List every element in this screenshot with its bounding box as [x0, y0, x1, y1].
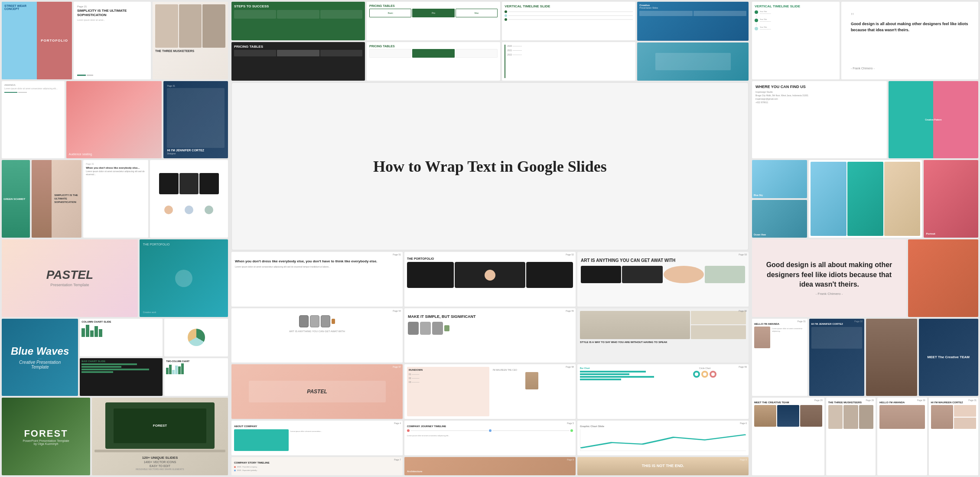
hero-section: How to Wrap Text in Google Slides	[231, 82, 749, 250]
slide-pink-chairs[interactable]: Audience seating	[66, 81, 162, 159]
slide-pink-person[interactable]: Portrait	[924, 160, 979, 238]
slide-two-column[interactable]: TWO-COLUMN CHART	[164, 358, 228, 396]
slide-quote-large[interactable]: " Good design is all about making other …	[841, 2, 978, 79]
slide-meet-creative-right[interactable]: MEET The Creative TEAM	[919, 319, 979, 396]
slide-where-find[interactable]: WHERE YOU CAN FIND US Inspiresign Studio…	[752, 81, 887, 159]
slide-timeline-white[interactable]: 2020 ────── 2021 ────── 2022 ──────	[502, 42, 635, 81]
slide-photo-beach[interactable]: Ocean View	[752, 200, 807, 238]
slide-phones-1[interactable]	[150, 160, 228, 238]
slide-person-portrait[interactable]	[866, 319, 917, 396]
slide-simplicity-1[interactable]: Page 21 SIMPLICITY IS THE ULTIMATE SOPHI…	[74, 2, 151, 79]
slide-good-design-large[interactable]: Good design is all about making other de…	[752, 239, 906, 317]
slide-blue-waves[interactable]: Blue Waves ~~~ Creative Presentation Tem…	[2, 319, 78, 396]
slide-page56[interactable]: Page 56 STYLE IS A WAY TO SAY WHO YOU AR…	[577, 308, 749, 363]
slide-not-end[interactable]: Page 9 THIS IS NOT THE END.	[577, 457, 749, 476]
slide-forest-laptop[interactable]: FOREST 120+ UNIQUE SLIDES 1400+ VECTOR I…	[92, 398, 228, 475]
slide-meet-creative-grid[interactable]: Page 28 MEET THE CREATIVE TEAM	[752, 398, 824, 475]
slide-column-chart[interactable]: COLUMN CHART SLIDE	[80, 319, 163, 356]
main-grid: STREET WEAR CONCEPT PORTOFOLIO Page 21 S…	[0, 0, 980, 477]
slide-building[interactable]: Page 8 Architecture	[404, 457, 576, 476]
slide-three-musk-right[interactable]: Page 29 THE THREE MUSKETEERS	[826, 398, 876, 475]
slide-vt-right[interactable]: VERTICAL TIMELINE SLIDE Year Title──────…	[752, 2, 840, 79]
hero-title: How to Wrap Text in Google Slides	[365, 157, 615, 176]
slide-vertical-timeline[interactable]: VERTICAL TIMELINE SLIDE	[502, 2, 635, 40]
slide-person-simplicity[interactable]: SIMPLICITY IS THE ULTIMATE SOPHISTICATIO…	[32, 160, 81, 238]
mid-top-area: STEPS TO SUCCESS PRICING TABLES	[230, 0, 750, 82]
slide-company-story[interactable]: Page 7 COMPANY STORY TIMELINE 2018 - Fou…	[231, 457, 403, 476]
slide-forest-main[interactable]: FOREST PowerPoint Presentation Template …	[2, 398, 90, 475]
slide-teal-pink[interactable]: Creative Pattern	[889, 81, 978, 159]
slide-page51[interactable]: Page 51 When you don't dress like everyb…	[231, 252, 403, 307]
slide-page54[interactable]: Page 54 ART IS ANYTHING YOU CAN GET AWAT…	[231, 308, 403, 363]
slide-about-company[interactable]: Page 4 ABOUT COMPANY Lorem ipsum dolor s…	[231, 421, 403, 455]
slide-maureen-right[interactable]: Page 31 HI I'M MAUREEN CORTEZ	[929, 398, 978, 475]
left-column: STREET WEAR CONCEPT PORTOFOLIO Page 21 S…	[0, 0, 230, 477]
slide-landscape-blue[interactable]	[637, 42, 749, 81]
slide-company-journey[interactable]: Page 5 COMPANY JOURNEY TIMELINE Lorem ip…	[404, 421, 576, 455]
slide-pie-chart[interactable]	[164, 319, 228, 356]
slide-pricing-white-1[interactable]: PRICING TABLES Basic Pro Max	[367, 2, 500, 40]
slide-page55[interactable]: Page 55 MAKE IT SIMPLE, BUT SIGNIFICANT	[404, 308, 576, 363]
slide-pricing-white-2[interactable]: PRICING TABLES	[367, 42, 500, 81]
slide-white-text-1[interactable]: Page 31 When you don't dress like everyb…	[83, 160, 148, 238]
slide-coral-portrait[interactable]	[908, 239, 978, 317]
slide-creative-blue[interactable]: Creative Presentation Slides	[637, 2, 749, 41]
slide-pastel-main[interactable]: PASTEL Presentation Template	[2, 239, 138, 317]
slide-graph-chart[interactable]: Page 6 Graphic Chart Slide	[577, 421, 749, 455]
slide-page59[interactable]: Page 59 Bar Chart Circle C	[577, 364, 749, 419]
slide-jennifer-right[interactable]: Page 32 HI I'M JENNIFER CORTEZ	[809, 319, 865, 396]
middle-column: STEPS TO SUCCESS PRICING TABLES	[230, 0, 750, 477]
slide-green-strip[interactable]: GREEN SCHMIDT	[2, 160, 30, 238]
slide-portfolio-teal[interactable]: THE PORTOFOLIO Creative work	[140, 239, 228, 317]
slide-hi-jennifer[interactable]: Page 31 HI I'M JENNIFER CORTEZ Designer	[163, 81, 228, 159]
slide-hello-amanda-2[interactable]: Page 30 HELLO I'M AMANDA	[877, 398, 927, 475]
slide-flamingo-portfolio[interactable]: STREET WEAR CONCEPT PORTOFOLIO	[2, 2, 72, 79]
slide-photo-landscape[interactable]: Blue Sky	[752, 160, 807, 198]
slide-pricing-dark[interactable]: PRICING TABLES	[231, 42, 365, 81]
slide-page58[interactable]: Page 58 RUNDOWN 01 ─────02 ─────03 ─────…	[404, 364, 576, 419]
slide-three-musk-1[interactable]: THE THREE MUSKETEERS	[153, 2, 228, 79]
slide-page57[interactable]: Page 57 PASTEL	[231, 364, 403, 419]
slide-teal-photos[interactable]	[809, 160, 922, 238]
slide-page52[interactable]: Page 52 THE PORTOFOLIO	[404, 252, 576, 307]
slide-amanda[interactable]: AMANDA Lorem ipsum dolor sit amet consec…	[2, 81, 65, 159]
slide-bar-chart[interactable]: BAR CHART SLIDE	[80, 358, 163, 396]
slide-hello-amanda[interactable]: Page 31 HELLO I'M AMANDA Lorem ipsum dol…	[752, 319, 807, 396]
slide-page53[interactable]: Page 53 ART IS ANYTHING YOU CAN GET AWAT…	[577, 252, 749, 307]
slide-steps-to-success[interactable]: STEPS TO SUCCESS	[231, 2, 365, 40]
right-column: VERTICAL TIMELINE SLIDE Year Title──────…	[750, 0, 980, 477]
